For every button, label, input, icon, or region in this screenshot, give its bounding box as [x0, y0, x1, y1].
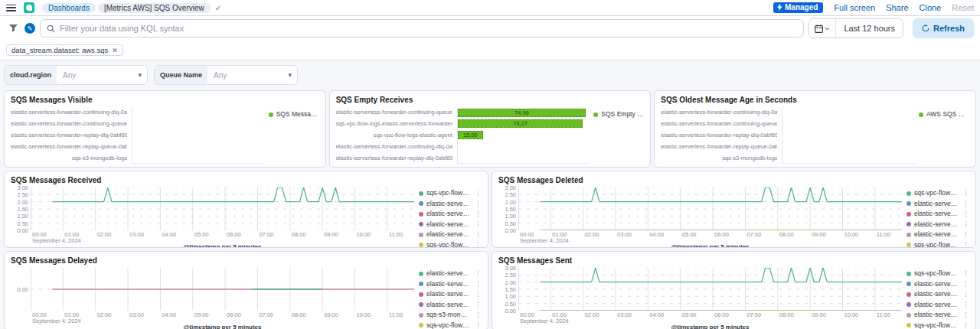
legend-item[interactable]: elastic-serverl...⋮	[906, 280, 969, 289]
plot-area	[518, 268, 902, 311]
legend-options-icon[interactable]: ⋮	[961, 200, 969, 209]
legend-item[interactable]: elastic-serverl...⋮	[419, 230, 482, 239]
x-tick-label: 08:00	[290, 231, 306, 238]
bar[interactable]: 15.00	[458, 131, 484, 139]
legend-item[interactable]: elastic-serverl...⋮	[419, 210, 482, 219]
legend-item[interactable]: sqs-vpc-flow-l...⋮	[906, 189, 969, 198]
legend-options-icon[interactable]: ⋮	[473, 290, 482, 299]
legend-item[interactable]: elastic-serverl...⋮	[906, 301, 969, 310]
legend-item[interactable]: sqs-vpc-flow-l...⋮	[906, 241, 969, 249]
legend-item[interactable]: sqs-vpc-flow-l...⋮	[419, 189, 482, 198]
kql-filter-input[interactable]	[60, 24, 797, 33]
remove-filter-icon[interactable]: ✕	[112, 47, 118, 54]
legend-item[interactable]: elastic-serverl...⋮	[419, 200, 482, 209]
reset-button[interactable]: Reset	[952, 3, 974, 12]
legend-item[interactable]: sqs-vpc-flow-l...⋮	[419, 241, 482, 249]
legend-options-icon[interactable]: ⋮	[961, 230, 969, 239]
legend-item[interactable]: elastic-serverless...⋮	[419, 301, 482, 310]
control-queue-name[interactable]: Queue Name Any ▾	[154, 65, 298, 85]
legend-options-icon[interactable]: ⋮	[961, 280, 969, 289]
legend-item[interactable]: SQS Empty Re...	[593, 110, 644, 119]
legend-options-icon[interactable]: ⋮	[473, 280, 482, 289]
x-tick-label: 10:00	[354, 311, 371, 318]
add-filter-icon[interactable]: ✎	[24, 23, 35, 34]
legend-options-icon[interactable]: ⋮	[473, 269, 482, 279]
clone-button[interactable]: Clone	[920, 3, 942, 12]
legend-item[interactable]: sqs-vpc-flow-l...⋮	[906, 321, 969, 329]
control-cloud-region[interactable]: cloud.region Any ▾	[4, 65, 148, 85]
legend-options-icon[interactable]: ⋮	[473, 220, 482, 230]
legend-options-icon[interactable]: ⋮	[473, 321, 482, 329]
legend-options-icon[interactable]: ⋮	[961, 220, 969, 230]
time-range-value[interactable]: Last 12 hours	[836, 24, 903, 33]
calendar-icon[interactable]	[809, 19, 836, 37]
legend-item[interactable]: elastic-serverl...⋮	[906, 311, 969, 320]
legend-item[interactable]: elastic-serverl...⋮	[906, 210, 969, 219]
filter-pill-datastream[interactable]: data_stream.dataset: aws.sqs ✕	[6, 44, 123, 56]
legend-options-icon[interactable]: ⋮	[473, 230, 482, 239]
bar-chart: elastic-serverless-forwarder-continuing-…	[661, 107, 969, 164]
legend-options-icon[interactable]: ⋮	[961, 210, 969, 219]
legend-color-dot	[919, 112, 923, 117]
full-screen-button[interactable]: Full screen	[834, 3, 875, 12]
legend-item[interactable]: sqs-vpc-flow-log...⋮	[419, 321, 482, 329]
legend-item[interactable]: sqs-s3-mongodb...⋮	[419, 311, 482, 320]
legend-options-icon[interactable]: ⋮	[961, 290, 969, 299]
x-tick-label: 09:00	[322, 311, 338, 318]
bar[interactable]: 74.96	[458, 109, 586, 117]
x-tick-label: 07:00	[745, 311, 761, 318]
legend-item[interactable]: SQS Message ...	[269, 110, 319, 119]
category-label: elastic-serverless-forwarder-replay-dlq-…	[11, 132, 127, 138]
legend-options-icon[interactable]: ⋮	[473, 311, 482, 320]
legend-item[interactable]: elastic-serverless...⋮	[419, 269, 482, 279]
legend-options-icon[interactable]: ⋮	[473, 210, 482, 219]
managed-badge[interactable]: Managed	[773, 2, 823, 13]
bar-slot: 73.27	[458, 119, 590, 128]
legend-options-icon[interactable]: ⋮	[473, 200, 482, 209]
legend-label: sqs-vpc-flow-l...	[914, 269, 958, 279]
legend-options-icon[interactable]: ⋮	[473, 301, 482, 310]
x-tick-label: 11:00	[875, 311, 890, 318]
legend-options-icon[interactable]: ⋮	[961, 321, 969, 329]
legend-item[interactable]: elastic-serverless...⋮	[419, 290, 482, 299]
legend-item[interactable]: elastic-serverl...⋮	[906, 220, 969, 230]
filter-menu-icon[interactable]	[6, 21, 20, 35]
legend-color-dot	[593, 112, 598, 117]
share-button[interactable]: Share	[886, 3, 908, 12]
legend-color-dot	[419, 282, 423, 286]
legend-options-icon[interactable]: ⋮	[961, 311, 969, 320]
legend-options-icon[interactable]: ⋮	[473, 241, 482, 249]
legend-item[interactable]: elastic-serverl...⋮	[906, 200, 969, 209]
legend-item[interactable]: elastic-serverless...⋮	[419, 280, 482, 289]
panel-title: SQS Messages Received	[11, 176, 482, 184]
line-chart: 3.002.502.001.501.000.500.0000:0001:0002…	[11, 187, 482, 248]
bar[interactable]: 73.27	[458, 119, 583, 128]
legend-options-icon[interactable]: ⋮	[961, 241, 969, 249]
legend-options-icon[interactable]: ⋮	[961, 269, 969, 279]
legend-options-icon[interactable]: ⋮	[473, 189, 482, 198]
legend-item[interactable]: sqs-vpc-flow-l...⋮	[906, 269, 969, 279]
y-axis: 3.002.502.001.501.000.500.00	[11, 187, 31, 230]
legend-item[interactable]: AWS SQS Olde...	[919, 110, 969, 119]
legend-label: elastic-serverl...	[914, 311, 958, 320]
legend-item[interactable]: elastic-serverl...⋮	[906, 290, 969, 299]
kql-search-box[interactable]	[40, 19, 804, 37]
check-icon[interactable]: ✓	[215, 4, 221, 12]
category-label: elastic-serverless-forwarder-replay-dlq-…	[661, 132, 777, 138]
elastic-logo[interactable]	[24, 2, 34, 13]
breadcrumb-current-dashboard[interactable]: [Metrics AWS] SQS Overview	[98, 3, 211, 13]
x-tick-label: 03:00	[128, 311, 144, 318]
legend-item[interactable]: elastic-serverl...⋮	[906, 230, 969, 239]
legend-options-icon[interactable]: ⋮	[961, 189, 969, 198]
legend-item[interactable]: elastic-serverl...⋮	[419, 220, 482, 230]
y-axis: 3.002.502.001.501.000.500.00	[498, 187, 518, 230]
bar-chart: elastic-serverless-forwarder-continuing-…	[336, 107, 645, 164]
x-axis-title: @timestamp per 5 minutes	[31, 243, 414, 248]
menu-icon[interactable]	[6, 5, 16, 11]
category-label: sqs-s3-mongodb-logs	[11, 155, 127, 161]
plot-column: 00:0001:0002:0003:0004:0005:0006:0007:00…	[518, 268, 902, 329]
legend-label: sqs-vpc-flow-l...	[426, 189, 470, 198]
breadcrumb-dashboards[interactable]: Dashboards	[42, 3, 96, 13]
refresh-button[interactable]: Refresh	[913, 18, 974, 38]
legend-options-icon[interactable]: ⋮	[961, 301, 969, 310]
